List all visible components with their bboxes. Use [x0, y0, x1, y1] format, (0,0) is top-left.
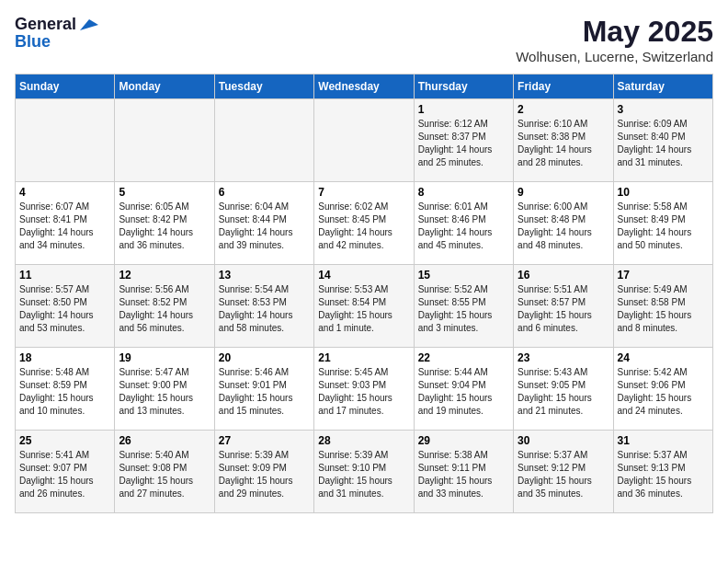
calendar-cell: 13Sunrise: 5:54 AMSunset: 8:53 PMDayligh… [214, 265, 313, 348]
day-number: 30 [518, 434, 609, 447]
calendar-cell: 19Sunrise: 5:47 AMSunset: 9:00 PMDayligh… [115, 348, 214, 431]
day-info: Sunrise: 5:46 AMSunset: 9:01 PMDaylight:… [219, 366, 310, 418]
day-number: 18 [19, 351, 110, 364]
day-info: Sunrise: 6:01 AMSunset: 8:46 PMDaylight:… [418, 201, 509, 252]
calendar-cell: 11Sunrise: 5:57 AMSunset: 8:50 PMDayligh… [16, 265, 115, 348]
day-info: Sunrise: 6:09 AMSunset: 8:40 PMDaylight:… [618, 118, 709, 169]
day-number: 23 [518, 351, 609, 364]
calendar-cell: 3Sunrise: 6:09 AMSunset: 8:40 PMDaylight… [613, 99, 712, 182]
page-header: General Blue May 2025 Wolhusen, Lucerne,… [15, 15, 713, 64]
page-subtitle: Wolhusen, Lucerne, Switzerland [516, 49, 713, 64]
calendar-cell: 14Sunrise: 5:53 AMSunset: 8:54 PMDayligh… [314, 265, 414, 348]
day-number: 1 [418, 103, 509, 116]
col-header-thursday: Thursday [414, 75, 513, 99]
calendar-week-row: 4Sunrise: 6:07 AMSunset: 8:41 PMDaylight… [16, 182, 713, 265]
calendar-cell: 10Sunrise: 5:58 AMSunset: 8:49 PMDayligh… [613, 182, 712, 265]
day-number: 27 [219, 434, 310, 447]
day-number: 12 [119, 269, 210, 282]
calendar-week-row: 18Sunrise: 5:48 AMSunset: 8:59 PMDayligh… [16, 348, 713, 431]
svg-marker-0 [80, 19, 98, 30]
day-info: Sunrise: 6:02 AMSunset: 8:45 PMDaylight:… [318, 201, 409, 252]
day-info: Sunrise: 6:04 AMSunset: 8:44 PMDaylight:… [219, 201, 310, 252]
day-info: Sunrise: 5:42 AMSunset: 9:06 PMDaylight:… [618, 366, 709, 418]
calendar-cell: 21Sunrise: 5:45 AMSunset: 9:03 PMDayligh… [314, 348, 414, 431]
day-number: 8 [418, 186, 509, 199]
calendar-cell: 29Sunrise: 5:38 AMSunset: 9:11 PMDayligh… [414, 431, 513, 513]
calendar-cell: 8Sunrise: 6:01 AMSunset: 8:46 PMDaylight… [414, 182, 513, 265]
col-header-wednesday: Wednesday [314, 75, 414, 99]
day-info: Sunrise: 5:40 AMSunset: 9:08 PMDaylight:… [119, 449, 210, 500]
calendar-cell [214, 99, 313, 182]
calendar-cell: 9Sunrise: 6:00 AMSunset: 8:48 PMDaylight… [514, 182, 613, 265]
day-info: Sunrise: 6:10 AMSunset: 8:38 PMDaylight:… [518, 118, 609, 169]
day-info: Sunrise: 6:00 AMSunset: 8:48 PMDaylight:… [518, 201, 609, 252]
calendar-cell: 24Sunrise: 5:42 AMSunset: 9:06 PMDayligh… [613, 348, 712, 431]
day-info: Sunrise: 5:45 AMSunset: 9:03 PMDaylight:… [318, 366, 409, 418]
day-info: Sunrise: 5:56 AMSunset: 8:52 PMDaylight:… [119, 283, 210, 335]
logo-icon [78, 17, 98, 32]
calendar-cell: 16Sunrise: 5:51 AMSunset: 8:57 PMDayligh… [514, 265, 613, 348]
day-info: Sunrise: 5:57 AMSunset: 8:50 PMDaylight:… [19, 283, 110, 335]
day-info: Sunrise: 5:37 AMSunset: 9:12 PMDaylight:… [518, 449, 609, 500]
calendar-cell [115, 99, 214, 182]
day-info: Sunrise: 6:12 AMSunset: 8:37 PMDaylight:… [418, 118, 509, 169]
day-info: Sunrise: 5:51 AMSunset: 8:57 PMDaylight:… [518, 283, 609, 335]
day-number: 17 [618, 269, 709, 282]
page-title: May 2025 [516, 15, 713, 49]
day-number: 9 [518, 186, 609, 199]
calendar-table: SundayMondayTuesdayWednesdayThursdayFrid… [15, 74, 713, 513]
calendar-cell: 23Sunrise: 5:43 AMSunset: 9:05 PMDayligh… [514, 348, 613, 431]
calendar-cell: 4Sunrise: 6:07 AMSunset: 8:41 PMDaylight… [16, 182, 115, 265]
calendar-cell: 17Sunrise: 5:49 AMSunset: 8:58 PMDayligh… [613, 265, 712, 348]
calendar-cell: 1Sunrise: 6:12 AMSunset: 8:37 PMDaylight… [414, 99, 513, 182]
day-info: Sunrise: 5:39 AMSunset: 9:10 PMDaylight:… [318, 449, 409, 500]
day-number: 24 [618, 351, 709, 364]
title-block: May 2025 Wolhusen, Lucerne, Switzerland [516, 15, 713, 64]
calendar-cell: 20Sunrise: 5:46 AMSunset: 9:01 PMDayligh… [214, 348, 313, 431]
day-number: 26 [119, 434, 210, 447]
day-number: 31 [618, 434, 709, 447]
day-number: 22 [418, 351, 509, 364]
calendar-cell: 27Sunrise: 5:39 AMSunset: 9:09 PMDayligh… [214, 431, 313, 513]
day-number: 11 [19, 269, 110, 282]
day-number: 5 [119, 186, 210, 199]
calendar-header-row: SundayMondayTuesdayWednesdayThursdayFrid… [16, 75, 713, 99]
day-info: Sunrise: 5:37 AMSunset: 9:13 PMDaylight:… [618, 449, 709, 500]
calendar-cell: 15Sunrise: 5:52 AMSunset: 8:55 PMDayligh… [414, 265, 513, 348]
day-number: 16 [518, 269, 609, 282]
day-info: Sunrise: 5:38 AMSunset: 9:11 PMDaylight:… [418, 449, 509, 500]
col-header-monday: Monday [115, 75, 214, 99]
calendar-cell: 2Sunrise: 6:10 AMSunset: 8:38 PMDaylight… [514, 99, 613, 182]
day-info: Sunrise: 5:39 AMSunset: 9:09 PMDaylight:… [219, 449, 310, 500]
calendar-cell: 31Sunrise: 5:37 AMSunset: 9:13 PMDayligh… [613, 431, 712, 513]
col-header-friday: Friday [514, 75, 613, 99]
day-info: Sunrise: 5:43 AMSunset: 9:05 PMDaylight:… [518, 366, 609, 418]
day-number: 19 [119, 351, 210, 364]
day-number: 3 [618, 103, 709, 116]
calendar-cell: 26Sunrise: 5:40 AMSunset: 9:08 PMDayligh… [115, 431, 214, 513]
day-info: Sunrise: 5:53 AMSunset: 8:54 PMDaylight:… [318, 283, 409, 335]
day-info: Sunrise: 6:05 AMSunset: 8:42 PMDaylight:… [119, 201, 210, 252]
calendar-week-row: 25Sunrise: 5:41 AMSunset: 9:07 PMDayligh… [16, 431, 713, 513]
day-number: 14 [318, 269, 409, 282]
calendar-week-row: 1Sunrise: 6:12 AMSunset: 8:37 PMDaylight… [16, 99, 713, 182]
calendar-cell: 22Sunrise: 5:44 AMSunset: 9:04 PMDayligh… [414, 348, 513, 431]
calendar-cell [314, 99, 414, 182]
day-number: 28 [318, 434, 409, 447]
calendar-cell: 25Sunrise: 5:41 AMSunset: 9:07 PMDayligh… [16, 431, 115, 513]
col-header-sunday: Sunday [16, 75, 115, 99]
day-number: 29 [418, 434, 509, 447]
calendar-cell: 28Sunrise: 5:39 AMSunset: 9:10 PMDayligh… [314, 431, 414, 513]
day-info: Sunrise: 5:44 AMSunset: 9:04 PMDaylight:… [418, 366, 509, 418]
day-info: Sunrise: 5:52 AMSunset: 8:55 PMDaylight:… [418, 283, 509, 335]
day-info: Sunrise: 5:48 AMSunset: 8:59 PMDaylight:… [19, 366, 110, 418]
day-number: 13 [219, 269, 310, 282]
day-number: 7 [318, 186, 409, 199]
day-number: 21 [318, 351, 409, 364]
calendar-cell: 12Sunrise: 5:56 AMSunset: 8:52 PMDayligh… [115, 265, 214, 348]
col-header-tuesday: Tuesday [214, 75, 313, 99]
day-number: 10 [618, 186, 709, 199]
calendar-cell: 5Sunrise: 6:05 AMSunset: 8:42 PMDaylight… [115, 182, 214, 265]
col-header-saturday: Saturday [613, 75, 712, 99]
logo-text-general: General [15, 15, 76, 34]
